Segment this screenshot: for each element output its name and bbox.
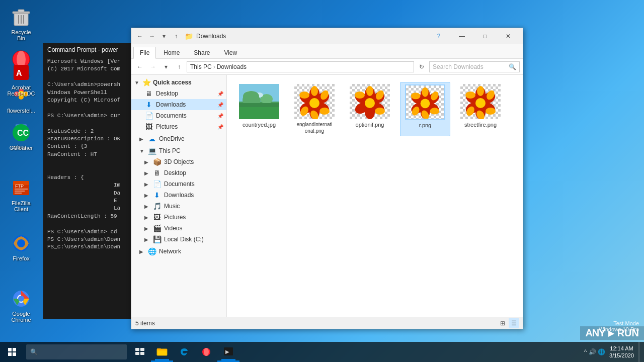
task-view-btn[interactable] — [129, 342, 151, 362]
file-item-countryed[interactable]: countryed.jpg — [234, 82, 284, 136]
addr-up-btn[interactable]: ↑ — [174, 61, 185, 72]
sidebar-item-desktop[interactable]: 🖥 Desktop 📌 — [131, 88, 226, 99]
quick-access-section: ▼ ⭐ Quick access 🖥 Desktop 📌 ⬇ Downloads… — [131, 77, 226, 132]
titlebar-title: Downloads — [196, 33, 226, 40]
videos-label: Videos — [164, 225, 182, 232]
explorer-statusbar: 5 items ⊞ ☰ — [131, 317, 523, 329]
sidebar-item-pictures[interactable]: 🖼 Pictures 📌 — [131, 121, 226, 132]
optionif-name: optionif.png — [356, 121, 384, 128]
firefox-label: Firefox — [13, 255, 30, 261]
titlebar-forward-btn[interactable]: → — [146, 31, 157, 42]
addr-search-bar[interactable]: Search Downloads 🔍 — [429, 61, 520, 72]
svg-rect-96 — [135, 348, 139, 351]
taskbar: 🔍 — [0, 342, 644, 362]
svg-point-90 — [477, 86, 484, 96]
r-thumbnail — [405, 84, 445, 120]
this-pc-expand-icon: ▼ — [139, 148, 146, 154]
england-name: englandinternational.png — [296, 121, 332, 134]
svg-point-34 — [18, 296, 24, 302]
sidebar-item-desktop2[interactable]: ▶ 🖥 Desktop — [131, 167, 226, 178]
ccleaner-icon[interactable]: CC CCleaner — [5, 121, 37, 153]
music-label: Music — [164, 203, 180, 210]
file-explorer-btn[interactable] — [151, 342, 173, 362]
explorer-window: ← → ▾ ↑ 📁 Downloads ? — □ ✕ File Home Sh… — [131, 28, 523, 329]
onedrive-item[interactable]: ▶ ☁ OneDrive — [131, 133, 226, 144]
sidebar-item-pictures2[interactable]: ▶ 🖼 Pictures — [131, 212, 226, 223]
cmd-btn[interactable]: ▶ — [217, 342, 239, 362]
sidebar-item-videos[interactable]: ▶ 🎬 Videos — [131, 223, 226, 234]
file-item-r[interactable]: r.png — [400, 82, 450, 136]
r-name: r.png — [419, 122, 431, 129]
onedrive-label: OneDrive — [159, 135, 185, 142]
pictures2-expand-icon: ▶ — [144, 215, 151, 220]
view-large-icons-icon[interactable]: ☰ — [509, 318, 519, 328]
file-item-optionif[interactable]: optionif.png — [345, 82, 395, 136]
local-disk-label: Local Disk (C:) — [164, 236, 204, 243]
opera-btn[interactable] — [195, 342, 217, 362]
help-btn[interactable]: ? — [427, 28, 450, 44]
sidebar-item-documents2[interactable]: ▶ 📄 Documents — [131, 178, 226, 190]
firefox-icon[interactable]: Firefox — [5, 231, 37, 263]
explorer-main: countryed.jpg — [227, 75, 523, 317]
search-icon: 🔍 — [509, 63, 516, 70]
quick-access-header[interactable]: ▼ ⭐ Quick access — [131, 77, 226, 88]
edge-btn[interactable] — [173, 342, 195, 362]
onedrive-icon: ☁ — [147, 135, 156, 143]
titlebar-up-btn[interactable]: ↑ — [171, 31, 182, 42]
filezilla-label: FileZilla Client — [7, 200, 35, 212]
start-button[interactable] — [0, 342, 24, 362]
onedrive-expand-icon: ▶ — [139, 136, 146, 142]
addr-segment-downloads: Downloads — [217, 63, 247, 70]
3d-objects-label: 3D Objects — [164, 158, 194, 165]
3d-objects-icon: 📦 — [152, 158, 162, 166]
file-item-streetfire[interactable]: streetfire.png — [455, 82, 506, 136]
tab-home[interactable]: Home — [157, 47, 186, 58]
desktop2-icon: 🖥 — [152, 169, 162, 177]
firefox-image — [11, 233, 31, 253]
desktop2-expand-icon: ▶ — [144, 170, 151, 176]
recycle-bin-icon[interactable]: Recycle Bin — [5, 5, 37, 43]
svg-point-78 — [421, 99, 430, 108]
svg-point-41 — [246, 91, 252, 95]
this-pc-header[interactable]: ▼ 💻 This PC — [131, 145, 226, 156]
file-item-england[interactable]: englandinternational.png — [289, 82, 340, 136]
view-details-icon[interactable]: ⊞ — [498, 318, 508, 328]
svg-rect-98 — [135, 352, 139, 355]
acrobat-icon[interactable]: A Acrobat Reader DC — [5, 60, 37, 99]
network-item[interactable]: ▶ 🌐 Network — [131, 246, 226, 257]
sidebar-item-downloads2[interactable]: ▶ ⬇ Downloads — [131, 190, 226, 201]
tab-share[interactable]: Share — [187, 47, 216, 58]
titlebar-back-btn[interactable]: ← — [134, 31, 145, 42]
svg-point-86 — [486, 108, 496, 115]
addr-path-bar[interactable]: This PC › Downloads — [187, 61, 414, 72]
sidebar-item-downloads[interactable]: ⬇ Downloads 📌 — [131, 99, 226, 110]
svg-rect-92 — [8, 348, 12, 351]
sidebar-item-music[interactable]: ▶ 🎵 Music — [131, 201, 226, 212]
tab-file[interactable]: File — [133, 47, 156, 59]
onedrive-section: ▶ ☁ OneDrive — [131, 133, 226, 144]
sidebar-item-documents[interactable]: 📄 Documents 📌 — [131, 110, 226, 121]
sidebar-item-downloads-label: Downloads — [156, 101, 186, 108]
taskbar-search[interactable]: 🔍 — [26, 344, 127, 359]
sidebar-item-local-disk[interactable]: ▶ 💾 Local Disk (C:) — [131, 234, 226, 245]
show-desktop-btn[interactable] — [638, 342, 640, 362]
titlebar-recent-btn[interactable]: ▾ — [158, 31, 170, 42]
filezilla-icon[interactable]: FTP FileZilla Client — [5, 176, 37, 214]
explorer-titlebar: ← → ▾ ↑ 📁 Downloads ? — □ ✕ — [131, 28, 523, 44]
minimize-btn[interactable]: — — [450, 28, 473, 44]
downloads-folder-icon: ⬇ — [144, 101, 153, 109]
sidebar-item-3d-objects[interactable]: ▶ 📦 3D Objects — [131, 156, 226, 167]
local-disk-expand-icon: ▶ — [144, 237, 151, 242]
addr-forward-btn[interactable]: → — [147, 61, 158, 72]
addr-sep: › — [213, 63, 215, 70]
chrome-icon[interactable]: Google Chrome — [5, 287, 37, 325]
addr-back-btn[interactable]: ← — [134, 61, 145, 72]
addr-refresh-btn[interactable]: ↻ — [416, 61, 427, 72]
tab-view[interactable]: View — [217, 47, 244, 58]
maximize-btn[interactable]: □ — [473, 28, 497, 44]
close-btn[interactable]: ✕ — [497, 28, 520, 44]
addr-recent-btn[interactable]: ▾ — [160, 61, 172, 72]
ccleaner-image: CC — [11, 123, 31, 143]
taskbar-clock[interactable]: 12:14 AM 3/15/2020 — [609, 345, 634, 359]
quick-access-label: Quick access — [153, 79, 192, 86]
